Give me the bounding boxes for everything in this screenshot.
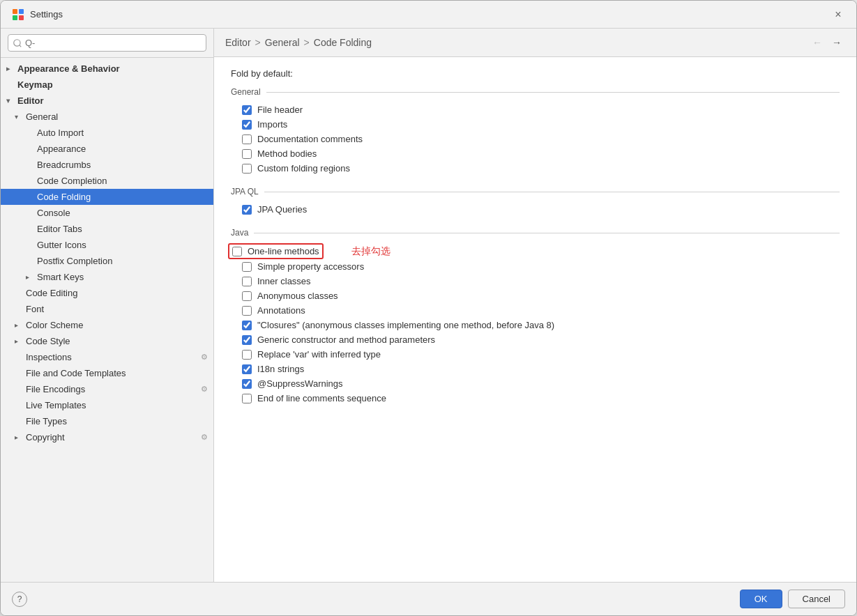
sidebar-label-font: Font	[26, 304, 44, 314]
checkbox-item-method-bodies: Method bodies	[231, 146, 840, 161]
sidebar-label-console: Console	[37, 208, 70, 218]
checkbox-one-line-methods[interactable]	[232, 247, 242, 256]
sidebar-item-inspections[interactable]: Inspections⚙	[1, 349, 213, 365]
svg-rect-0	[13, 9, 17, 14]
label-imports: Imports	[257, 119, 287, 130]
sidebar-label-file-encodings: File Encodings	[26, 384, 85, 394]
arrow-icon-copyright: ▸	[15, 433, 23, 441]
breadcrumb-editor: Editor	[225, 37, 251, 48]
footer-left: ?	[12, 592, 734, 607]
checkbox-i18n-strings[interactable]	[242, 364, 252, 374]
cancel-button[interactable]: Cancel	[788, 590, 845, 608]
search-input[interactable]	[8, 34, 206, 52]
sidebar-label-general: General	[26, 111, 58, 122]
checkbox-annotations[interactable]	[242, 306, 252, 316]
main-content: ▸Appearance & BehaviorKeymap▾Editor▾Gene…	[1, 29, 856, 582]
group-general-group: GeneralFile headerImportsDocumentation c…	[231, 87, 840, 176]
checkbox-item-end-of-line-comments: End of line comments sequence	[231, 391, 840, 406]
sidebar-item-code-completion[interactable]: Code Completion	[1, 173, 213, 189]
nav-forward-button[interactable]: →	[828, 34, 845, 51]
sidebar-item-appearance[interactable]: Appearance	[1, 141, 213, 157]
content-groups: GeneralFile headerImportsDocumentation c…	[231, 87, 840, 406]
sidebar-item-keymap[interactable]: Keymap	[1, 77, 213, 93]
highlight-box-one-line-methods: One-line methods	[228, 243, 324, 259]
annotation-text: 去掉勾选	[351, 245, 390, 258]
checkbox-imports[interactable]	[242, 120, 252, 130]
sidebar-label-copyright: Copyright	[26, 432, 65, 442]
checkbox-item-simple-property-accessors: Simple property accessors	[231, 259, 840, 274]
checkbox-suppress-warnings[interactable]	[242, 379, 252, 389]
label-method-bodies: Method bodies	[257, 148, 317, 159]
sidebar-item-font[interactable]: Font	[1, 301, 213, 317]
sidebar-label-color-scheme: Color Scheme	[26, 320, 83, 330]
sidebar-item-file-encodings[interactable]: File Encodings⚙	[1, 381, 213, 397]
label-end-of-line-comments: End of line comments sequence	[257, 393, 386, 403]
sidebar-label-live-templates: Live Templates	[26, 400, 86, 410]
label-jpa-queries: JPA Queries	[257, 204, 307, 215]
sidebar-item-file-types[interactable]: File Types	[1, 413, 213, 429]
svg-rect-3	[19, 15, 24, 20]
sidebar-item-smart-keys[interactable]: ▸Smart Keys	[1, 269, 213, 285]
svg-rect-1	[19, 9, 24, 14]
help-button[interactable]: ?	[12, 592, 27, 607]
checkbox-replace-var[interactable]	[242, 350, 252, 360]
label-replace-var: Replace 'var' with inferred type	[257, 349, 381, 360]
sidebar-item-code-folding[interactable]: Code Folding	[1, 189, 213, 205]
sidebar-item-code-editing[interactable]: Code Editing	[1, 285, 213, 301]
label-custom-folding: Custom folding regions	[257, 163, 350, 174]
sidebar-item-appearance-behavior[interactable]: ▸Appearance & Behavior	[1, 61, 213, 77]
sidebar-item-editor-tabs[interactable]: Editor Tabs	[1, 221, 213, 237]
label-inner-classes: Inner classes	[257, 276, 311, 286]
sidebar-item-code-style[interactable]: ▸Code Style	[1, 333, 213, 349]
sidebar-label-code-completion: Code Completion	[37, 176, 107, 186]
sidebar-item-file-code-templates[interactable]: File and Code Templates	[1, 365, 213, 381]
checkbox-item-imports: Imports	[231, 117, 840, 132]
checkbox-item-file-header: File header	[231, 102, 840, 117]
checkbox-custom-folding[interactable]	[242, 164, 252, 174]
checkbox-method-bodies[interactable]	[242, 149, 252, 159]
arrow-icon-appearance-behavior: ▸	[6, 65, 15, 72]
content-panel: Editor > General > Code Folding ← → Fold…	[214, 29, 856, 582]
group-java-group: JavaOne-line methods去掉勾选Simple property …	[231, 228, 840, 406]
label-doc-comments: Documentation comments	[257, 134, 363, 144]
sidebar-item-live-templates[interactable]: Live Templates	[1, 397, 213, 413]
sidebar-item-postfix-completion[interactable]: Postfix Completion	[1, 253, 213, 269]
label-annotations: Annotations	[257, 305, 305, 316]
sidebar-item-gutter-icons[interactable]: Gutter Icons	[1, 237, 213, 253]
checkbox-generic-constructor[interactable]	[242, 335, 252, 345]
checkbox-closures[interactable]	[242, 321, 252, 330]
close-button[interactable]: ×	[831, 8, 845, 22]
label-closures: "Closures" (anonymous classes implementi…	[257, 320, 554, 330]
breadcrumb-general: General	[265, 37, 300, 48]
label-generic-constructor: Generic constructor and method parameter…	[257, 334, 435, 345]
checkbox-inner-classes[interactable]	[242, 277, 252, 286]
sidebar-item-console[interactable]: Console	[1, 205, 213, 221]
settings-dialog: Settings × ▸Appearance & BehaviorKeymap▾…	[0, 0, 857, 616]
ok-button[interactable]: OK	[740, 590, 782, 608]
checkbox-item-replace-var: Replace 'var' with inferred type	[231, 347, 840, 362]
sidebar-item-auto-import[interactable]: Auto Import	[1, 125, 213, 141]
sidebar-item-color-scheme[interactable]: ▸Color Scheme	[1, 317, 213, 333]
sidebar-item-copyright[interactable]: ▸Copyright⚙	[1, 429, 213, 445]
sidebar-item-general[interactable]: ▾General	[1, 109, 213, 125]
checkbox-end-of-line-comments[interactable]	[242, 394, 252, 403]
annotation-row: One-line methods去掉勾选	[231, 243, 840, 259]
group-header-jpaql-group: JPA QL	[231, 187, 840, 198]
checkbox-file-header[interactable]	[242, 105, 252, 115]
window-title: Settings	[30, 9, 831, 20]
sidebar-item-breadcrumbs[interactable]: Breadcrumbs	[1, 157, 213, 173]
arrow-icon-general: ▾	[15, 113, 23, 121]
checkbox-item-inner-classes: Inner classes	[231, 274, 840, 288]
sidebar-label-breadcrumbs: Breadcrumbs	[37, 160, 91, 170]
checkbox-jpa-queries[interactable]	[242, 205, 252, 215]
app-icon	[12, 8, 24, 21]
checkbox-doc-comments[interactable]	[242, 134, 252, 144]
sidebar-item-editor[interactable]: ▾Editor	[1, 93, 213, 109]
checkbox-simple-property-accessors[interactable]	[242, 262, 252, 272]
nav-back-button[interactable]: ←	[809, 34, 826, 51]
breadcrumb-sep1: >	[255, 37, 261, 48]
sidebar-label-editor: Editor	[17, 95, 44, 106]
checkbox-anonymous-classes[interactable]	[242, 291, 252, 301]
label-anonymous-classes: Anonymous classes	[257, 291, 338, 301]
label-one-line-methods: One-line methods	[248, 246, 319, 256]
